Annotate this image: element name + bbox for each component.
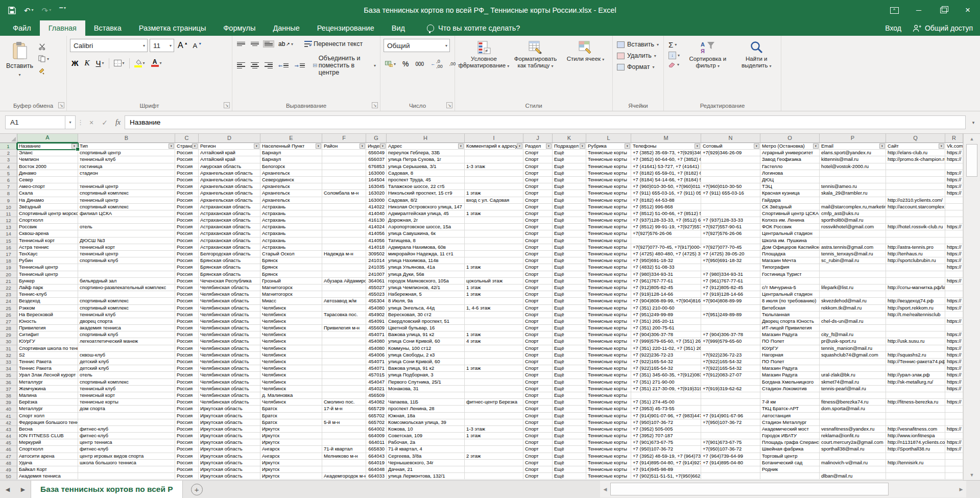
cell-L38[interactable]: Теннисные корты bbox=[586, 392, 631, 399]
cell-J35[interactable]: Спорт bbox=[523, 372, 553, 378]
cell-G2[interactable]: 656049 bbox=[366, 150, 387, 156]
cell-I38[interactable] bbox=[465, 392, 523, 399]
cell-H31[interactable]: Коммуны, 100 ст12 bbox=[387, 345, 465, 352]
cell-G50[interactable]: 664033 bbox=[366, 473, 387, 480]
cell-Q8[interactable] bbox=[886, 190, 945, 197]
cell-E50[interactable]: Иркутск bbox=[260, 473, 322, 480]
cell-F38[interactable] bbox=[322, 392, 366, 399]
column-letter-C[interactable]: C bbox=[175, 134, 199, 143]
cell-F36[interactable] bbox=[322, 379, 366, 386]
cell-Q41[interactable] bbox=[886, 413, 945, 419]
cell-P4[interactable]: hotel@vostok-2000.ru bbox=[820, 163, 886, 170]
cell-N7[interactable]: +7(960)010-30-50 bbox=[701, 183, 760, 190]
column-letter-K[interactable]: K bbox=[553, 134, 586, 143]
cell-K48[interactable]: Ещё bbox=[553, 460, 586, 466]
cell-A37[interactable]: Жемчужина bbox=[17, 386, 78, 392]
cell-N9[interactable] bbox=[701, 197, 760, 204]
cell-N49[interactable] bbox=[701, 466, 760, 473]
cell-Q22[interactable]: http://соты-магнитка.рф/lajf- bbox=[886, 284, 945, 291]
vertical-scrollbar[interactable]: ▲ ▼ bbox=[963, 134, 980, 480]
cell-M19[interactable]: +7 (4832) 51-08-33 bbox=[631, 264, 701, 271]
cell-Q33[interactable]: http://Теннис-ракета74.рф bbox=[886, 359, 945, 365]
cell-M17[interactable]: +7 (4725) 480-480, +7 (4725) 39-05-20 bbox=[631, 251, 701, 257]
cell-N17[interactable]: +7 (4725) 39-05-20 bbox=[701, 251, 760, 257]
cell-O23[interactable]: Центральный стадион bbox=[760, 291, 820, 298]
cell-I6[interactable] bbox=[465, 177, 523, 183]
cell-A44[interactable]: ION FITNESS CLUB bbox=[17, 433, 78, 439]
header-cell-B[interactable]: Тип▾ bbox=[78, 143, 175, 150]
cell-C15[interactable]: Россия bbox=[175, 238, 199, 244]
cell-Q15[interactable] bbox=[886, 238, 945, 244]
cell-L37[interactable]: Теннисные корты bbox=[586, 386, 631, 392]
cell-P50[interactable]: dlban@mail.ru bbox=[820, 473, 886, 480]
column-letter-G[interactable]: G bbox=[366, 134, 387, 143]
cell-M6[interactable]: +7 (8184) 54-14-66, +7 (8184) 54-08-90, … bbox=[631, 177, 701, 183]
cell-G44[interactable]: 664009 bbox=[366, 433, 387, 439]
cell-I45[interactable] bbox=[465, 439, 523, 446]
cell-F20[interactable] bbox=[322, 271, 366, 278]
row-number-44[interactable]: 44 bbox=[0, 433, 17, 439]
underline-button[interactable]: Ч▾ bbox=[94, 57, 106, 69]
cell-J32[interactable]: Спорт bbox=[523, 352, 553, 359]
cell-I9[interactable]: вход с ул. Садовая bbox=[465, 197, 523, 204]
cell-M22[interactable]: +7 (912)805-82-45 bbox=[631, 284, 701, 291]
sheet-nav-right-icon[interactable]: ▶ bbox=[15, 481, 31, 498]
cell-L48[interactable]: Теннисные корты bbox=[586, 460, 631, 466]
cell-Q18[interactable]: http://sportclubrubin.ru bbox=[886, 257, 945, 264]
cell-M43[interactable]: +7 (3952) 505-005 bbox=[631, 426, 701, 433]
cell-Q43[interactable]: http://vesnafitness.com bbox=[886, 426, 945, 433]
cell-M14[interactable]: +7(927)576-26-06 bbox=[631, 230, 701, 237]
cell-P33[interactable] bbox=[820, 359, 886, 365]
cell-R36[interactable]: https:// bbox=[945, 379, 963, 386]
cell-N48[interactable]: +7 (914)895-04-80 bbox=[701, 460, 760, 466]
cell-F33[interactable] bbox=[322, 359, 366, 365]
cell-M47[interactable]: +7 (3952) 48-59-19, +7 (964)739-64-49 bbox=[631, 453, 701, 460]
header-cell-L[interactable]: Рубрика▾ bbox=[586, 143, 631, 150]
cell-I28[interactable] bbox=[465, 325, 523, 331]
cell-N40[interactable] bbox=[701, 406, 760, 412]
cell-B15[interactable]: ДЮСШ №3 bbox=[78, 238, 175, 244]
cell-P35[interactable]: ural-zlak@bk.ru bbox=[820, 372, 886, 378]
cell-Q4[interactable] bbox=[886, 163, 945, 170]
cell-F30[interactable] bbox=[322, 338, 366, 345]
cell-H2[interactable]: переулок Геблера, 33Б bbox=[387, 150, 465, 156]
filter-button[interactable]: ▾ bbox=[754, 144, 759, 149]
cell-G16[interactable]: 414018 bbox=[366, 244, 387, 251]
cell-C24[interactable]: Россия bbox=[175, 298, 199, 304]
cell-P31[interactable]: tennis_manion@mail.ru bbox=[820, 345, 886, 352]
share-button[interactable]: Общий доступ bbox=[913, 24, 973, 32]
cell-F41[interactable] bbox=[322, 413, 366, 419]
cell-O13[interactable]: ФОК Россвик bbox=[760, 224, 820, 230]
sign-in-link[interactable]: Вход bbox=[885, 24, 901, 32]
wrap-text-button[interactable]: Перенести текст bbox=[302, 39, 365, 49]
cell-B13[interactable]: отель bbox=[78, 224, 175, 230]
cell-H10[interactable]: Николая Островского улица, 147 bbox=[387, 204, 465, 210]
cell-F37[interactable] bbox=[322, 386, 366, 392]
cell-O43[interactable]: Академический мост bbox=[760, 426, 820, 433]
cell-A4[interactable]: Восток 2000 bbox=[17, 163, 78, 170]
cell-A30[interactable]: ЮУрГУ bbox=[17, 338, 78, 345]
cell-M37[interactable]: +7 (351) 217-30-09, +7(919)319-62-62 bbox=[631, 386, 701, 392]
cell-O29[interactable]: Магазин Радуга bbox=[760, 331, 820, 338]
cell-A43[interactable]: Весна bbox=[17, 426, 78, 433]
cell-D12[interactable]: Астраханская область bbox=[199, 217, 260, 224]
header-cell-R[interactable]: Vk.com bbox=[945, 143, 963, 150]
cell-Q27[interactable] bbox=[886, 318, 945, 325]
cell-K42[interactable]: Ещё bbox=[553, 419, 586, 426]
cell-P17[interactable]: tennis_tenxays@mail.ru bbox=[820, 251, 886, 257]
cell-D48[interactable]: Иркутская область bbox=[199, 460, 260, 466]
row-number-23[interactable]: 23 bbox=[0, 291, 17, 298]
cell-K46[interactable]: Ещё bbox=[553, 446, 586, 453]
cell-D32[interactable]: Челябинская область bbox=[199, 352, 260, 359]
cell-L3[interactable]: Теннисные корты bbox=[586, 156, 631, 163]
scroll-left-icon[interactable]: ◀ bbox=[600, 481, 610, 497]
row-number-21[interactable]: 21 bbox=[0, 278, 17, 284]
cell-E31[interactable]: Челябинск bbox=[260, 345, 322, 352]
cell-E35[interactable]: Челябинск bbox=[260, 372, 322, 378]
cell-B25[interactable]: спортивный комплекс bbox=[78, 305, 175, 312]
cell-F50[interactable]: Академгородок м-н bbox=[322, 473, 366, 480]
filter-button[interactable]: ▾ bbox=[316, 144, 321, 149]
cell-O26[interactable]: Тюльпанная bbox=[760, 312, 820, 318]
cell-D22[interactable]: Челябинская область bbox=[199, 284, 260, 291]
cell-J25[interactable]: Спорт bbox=[523, 305, 553, 312]
